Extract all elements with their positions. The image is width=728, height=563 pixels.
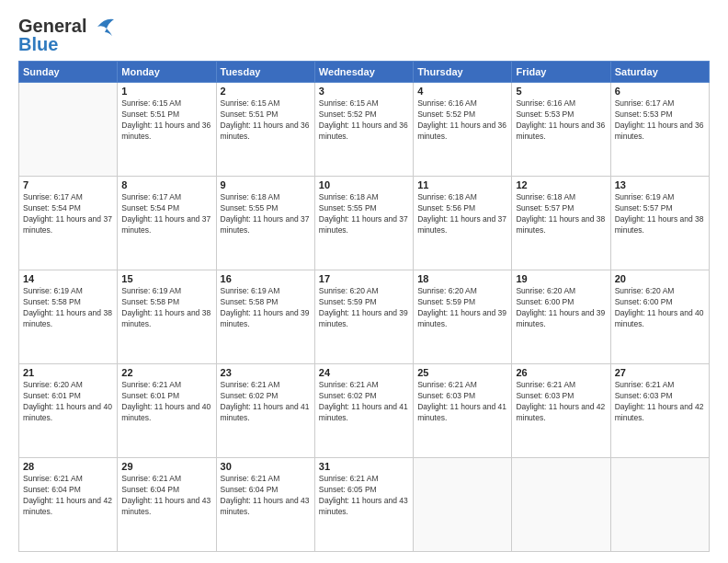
- calendar-cell: 13Sunrise: 6:19 AMSunset: 5:57 PMDayligh…: [610, 177, 709, 270]
- calendar-cell: 3Sunrise: 6:15 AMSunset: 5:52 PMDaylight…: [314, 83, 413, 177]
- day-number: 11: [417, 179, 507, 190]
- calendar-cell: 30Sunrise: 6:21 AMSunset: 6:04 PMDayligh…: [216, 458, 314, 552]
- calendar-cell: 16Sunrise: 6:19 AMSunset: 5:58 PMDayligh…: [216, 270, 314, 364]
- day-number: 4: [417, 86, 507, 97]
- calendar-cell: 20Sunrise: 6:20 AMSunset: 6:00 PMDayligh…: [610, 270, 709, 364]
- calendar-week-row: 7Sunrise: 6:17 AMSunset: 5:54 PMDaylight…: [19, 177, 710, 270]
- weekday-header-thursday: Thursday: [414, 62, 512, 83]
- calendar-cell: 12Sunrise: 6:18 AMSunset: 5:57 PMDayligh…: [512, 177, 610, 270]
- day-number: 9: [221, 179, 311, 190]
- calendar-cell: 5Sunrise: 6:16 AMSunset: 5:53 PMDaylight…: [512, 83, 610, 177]
- day-info: Sunrise: 6:17 AMSunset: 5:53 PMDaylight:…: [615, 98, 705, 143]
- day-number: 25: [417, 367, 507, 378]
- day-number: 21: [23, 367, 113, 378]
- calendar-week-row: 14Sunrise: 6:19 AMSunset: 5:58 PMDayligh…: [19, 270, 710, 364]
- calendar-cell: 17Sunrise: 6:20 AMSunset: 5:59 PMDayligh…: [314, 270, 413, 364]
- day-info: Sunrise: 6:21 AMSunset: 6:02 PMDaylight:…: [319, 380, 409, 424]
- day-number: 12: [516, 179, 606, 190]
- day-info: Sunrise: 6:20 AMSunset: 6:00 PMDaylight:…: [615, 286, 705, 330]
- day-info: Sunrise: 6:20 AMSunset: 6:01 PMDaylight:…: [23, 380, 113, 424]
- day-info: Sunrise: 6:21 AMSunset: 6:04 PMDaylight:…: [23, 474, 113, 518]
- calendar-cell: 29Sunrise: 6:21 AMSunset: 6:04 PMDayligh…: [118, 458, 216, 552]
- day-info: Sunrise: 6:21 AMSunset: 6:04 PMDaylight:…: [121, 474, 211, 518]
- logo-blue: Blue: [18, 34, 58, 54]
- day-info: Sunrise: 6:17 AMSunset: 5:54 PMDaylight:…: [23, 192, 113, 236]
- day-number: 29: [121, 461, 211, 472]
- day-info: Sunrise: 6:15 AMSunset: 5:51 PMDaylight:…: [121, 98, 211, 143]
- day-info: Sunrise: 6:21 AMSunset: 6:05 PMDaylight:…: [319, 474, 409, 518]
- day-info: Sunrise: 6:19 AMSunset: 5:57 PMDaylight:…: [615, 192, 705, 236]
- calendar-cell: 24Sunrise: 6:21 AMSunset: 6:02 PMDayligh…: [314, 364, 413, 458]
- day-number: 26: [516, 367, 606, 378]
- day-info: Sunrise: 6:15 AMSunset: 5:51 PMDaylight:…: [221, 98, 311, 143]
- day-number: 6: [615, 86, 705, 97]
- calendar-cell: 15Sunrise: 6:19 AMSunset: 5:58 PMDayligh…: [118, 270, 216, 364]
- day-info: Sunrise: 6:19 AMSunset: 5:58 PMDaylight:…: [23, 286, 113, 330]
- day-number: 22: [121, 367, 211, 378]
- calendar-week-row: 1Sunrise: 6:15 AMSunset: 5:51 PMDaylight…: [19, 83, 710, 177]
- calendar-cell: 28Sunrise: 6:21 AMSunset: 6:04 PMDayligh…: [19, 458, 118, 552]
- calendar-cell: 1Sunrise: 6:15 AMSunset: 5:51 PMDaylight…: [118, 83, 216, 177]
- day-info: Sunrise: 6:16 AMSunset: 5:52 PMDaylight:…: [417, 98, 507, 143]
- day-number: 18: [417, 273, 507, 284]
- calendar-cell: 25Sunrise: 6:21 AMSunset: 6:03 PMDayligh…: [414, 364, 512, 458]
- day-info: Sunrise: 6:19 AMSunset: 5:58 PMDaylight:…: [221, 286, 311, 330]
- calendar-cell: 18Sunrise: 6:20 AMSunset: 5:59 PMDayligh…: [414, 270, 512, 364]
- day-number: 17: [319, 273, 409, 284]
- day-number: 19: [516, 273, 606, 284]
- day-info: Sunrise: 6:21 AMSunset: 6:01 PMDaylight:…: [121, 380, 211, 424]
- day-number: 1: [121, 86, 211, 97]
- weekday-header-wednesday: Wednesday: [314, 62, 413, 83]
- day-info: Sunrise: 6:21 AMSunset: 6:03 PMDaylight:…: [417, 380, 507, 424]
- calendar-cell: [512, 458, 610, 552]
- calendar-cell: 23Sunrise: 6:21 AMSunset: 6:02 PMDayligh…: [216, 364, 314, 458]
- day-number: 30: [221, 461, 311, 472]
- header: General Blue: [18, 17, 710, 53]
- day-number: 28: [23, 461, 113, 472]
- day-info: Sunrise: 6:18 AMSunset: 5:57 PMDaylight:…: [516, 192, 606, 236]
- logo: General Blue: [18, 17, 116, 53]
- day-number: 3: [319, 86, 409, 97]
- day-info: Sunrise: 6:18 AMSunset: 5:55 PMDaylight:…: [221, 192, 311, 236]
- day-number: 10: [319, 179, 409, 190]
- calendar-cell: [414, 458, 512, 552]
- calendar-cell: 14Sunrise: 6:19 AMSunset: 5:58 PMDayligh…: [19, 270, 118, 364]
- calendar-cell: 7Sunrise: 6:17 AMSunset: 5:54 PMDaylight…: [19, 177, 118, 270]
- calendar-cell: 11Sunrise: 6:18 AMSunset: 5:56 PMDayligh…: [414, 177, 512, 270]
- calendar-cell: 26Sunrise: 6:21 AMSunset: 6:03 PMDayligh…: [512, 364, 610, 458]
- day-info: Sunrise: 6:17 AMSunset: 5:54 PMDaylight:…: [121, 192, 211, 236]
- day-number: 24: [319, 367, 409, 378]
- calendar-cell: 27Sunrise: 6:21 AMSunset: 6:03 PMDayligh…: [610, 364, 709, 458]
- calendar-cell: 9Sunrise: 6:18 AMSunset: 5:55 PMDaylight…: [216, 177, 314, 270]
- day-info: Sunrise: 6:18 AMSunset: 5:55 PMDaylight:…: [319, 192, 409, 236]
- day-number: 16: [221, 273, 311, 284]
- calendar-cell: 4Sunrise: 6:16 AMSunset: 5:52 PMDaylight…: [414, 83, 512, 177]
- logo-general: General: [18, 16, 86, 36]
- day-info: Sunrise: 6:20 AMSunset: 5:59 PMDaylight:…: [417, 286, 507, 330]
- day-info: Sunrise: 6:16 AMSunset: 5:53 PMDaylight:…: [516, 98, 606, 143]
- day-number: 31: [319, 461, 409, 472]
- weekday-header-friday: Friday: [512, 62, 610, 83]
- day-info: Sunrise: 6:19 AMSunset: 5:58 PMDaylight:…: [121, 286, 211, 330]
- day-number: 7: [23, 179, 113, 190]
- calendar-cell: 10Sunrise: 6:18 AMSunset: 5:55 PMDayligh…: [314, 177, 413, 270]
- calendar-cell: 19Sunrise: 6:20 AMSunset: 6:00 PMDayligh…: [512, 270, 610, 364]
- day-number: 13: [615, 179, 705, 190]
- weekday-header-sunday: Sunday: [19, 62, 118, 83]
- calendar-cell: 6Sunrise: 6:17 AMSunset: 5:53 PMDaylight…: [610, 83, 709, 177]
- logo-text: General Blue: [18, 17, 86, 53]
- calendar-week-row: 28Sunrise: 6:21 AMSunset: 6:04 PMDayligh…: [19, 458, 710, 552]
- calendar-cell: [610, 458, 709, 552]
- day-number: 8: [121, 179, 211, 190]
- day-number: 5: [516, 86, 606, 97]
- page: General Blue SundayMondayTuesdayWednesda…: [0, 0, 728, 563]
- calendar-cell: [19, 83, 118, 177]
- day-info: Sunrise: 6:21 AMSunset: 6:03 PMDaylight:…: [516, 380, 606, 424]
- weekday-header-saturday: Saturday: [610, 62, 709, 83]
- weekday-header-row: SundayMondayTuesdayWednesdayThursdayFrid…: [19, 62, 710, 83]
- calendar-cell: 21Sunrise: 6:20 AMSunset: 6:01 PMDayligh…: [19, 364, 118, 458]
- day-number: 20: [615, 273, 705, 284]
- day-info: Sunrise: 6:20 AMSunset: 6:00 PMDaylight:…: [516, 286, 606, 330]
- day-number: 14: [23, 273, 113, 284]
- day-number: 27: [615, 367, 705, 378]
